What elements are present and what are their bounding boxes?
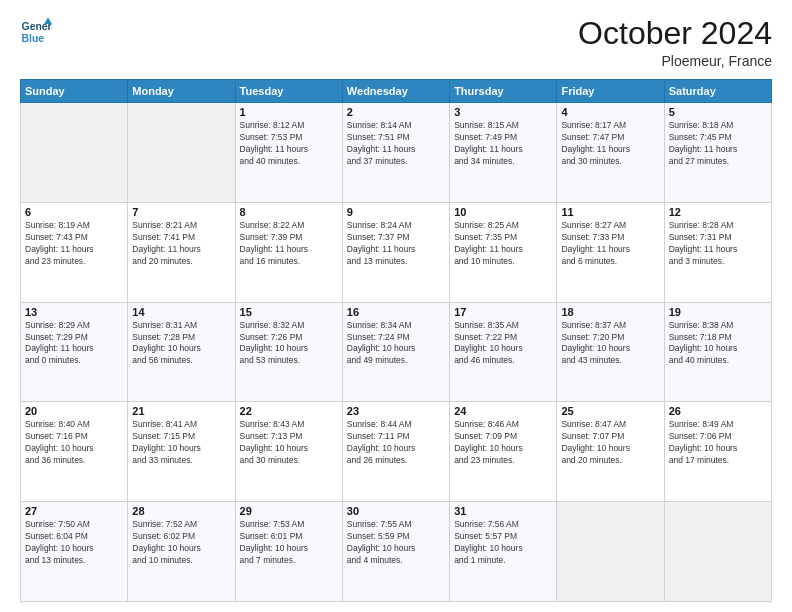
calendar-cell: 7Sunrise: 8:21 AMSunset: 7:41 PMDaylight… [128,202,235,302]
day-info: Sunrise: 8:22 AMSunset: 7:39 PMDaylight:… [240,220,338,268]
day-info: Sunrise: 8:14 AMSunset: 7:51 PMDaylight:… [347,120,445,168]
calendar-cell: 1Sunrise: 8:12 AMSunset: 7:53 PMDaylight… [235,103,342,203]
day-number: 23 [347,405,445,417]
day-info: Sunrise: 8:46 AMSunset: 7:09 PMDaylight:… [454,419,552,467]
location: Ploemeur, France [578,53,772,69]
day-info: Sunrise: 8:25 AMSunset: 7:35 PMDaylight:… [454,220,552,268]
day-number: 18 [561,306,659,318]
week-row-1: 1Sunrise: 8:12 AMSunset: 7:53 PMDaylight… [21,103,772,203]
day-info: Sunrise: 8:37 AMSunset: 7:20 PMDaylight:… [561,320,659,368]
calendar-cell: 12Sunrise: 8:28 AMSunset: 7:31 PMDayligh… [664,202,771,302]
week-row-2: 6Sunrise: 8:19 AMSunset: 7:43 PMDaylight… [21,202,772,302]
svg-text:Blue: Blue [22,33,45,44]
day-number: 5 [669,106,767,118]
calendar-cell: 23Sunrise: 8:44 AMSunset: 7:11 PMDayligh… [342,402,449,502]
day-info: Sunrise: 8:15 AMSunset: 7:49 PMDaylight:… [454,120,552,168]
calendar-cell: 15Sunrise: 8:32 AMSunset: 7:26 PMDayligh… [235,302,342,402]
calendar-cell: 8Sunrise: 8:22 AMSunset: 7:39 PMDaylight… [235,202,342,302]
calendar-cell: 13Sunrise: 8:29 AMSunset: 7:29 PMDayligh… [21,302,128,402]
calendar-cell: 28Sunrise: 7:52 AMSunset: 6:02 PMDayligh… [128,502,235,602]
calendar-cell: 31Sunrise: 7:56 AMSunset: 5:57 PMDayligh… [450,502,557,602]
day-info: Sunrise: 8:44 AMSunset: 7:11 PMDaylight:… [347,419,445,467]
calendar-cell: 3Sunrise: 8:15 AMSunset: 7:49 PMDaylight… [450,103,557,203]
calendar-header-row: SundayMondayTuesdayWednesdayThursdayFrid… [21,80,772,103]
col-header-monday: Monday [128,80,235,103]
calendar-cell: 19Sunrise: 8:38 AMSunset: 7:18 PMDayligh… [664,302,771,402]
day-number: 7 [132,206,230,218]
calendar-cell: 10Sunrise: 8:25 AMSunset: 7:35 PMDayligh… [450,202,557,302]
day-number: 9 [347,206,445,218]
day-info: Sunrise: 8:41 AMSunset: 7:15 PMDaylight:… [132,419,230,467]
calendar-cell: 11Sunrise: 8:27 AMSunset: 7:33 PMDayligh… [557,202,664,302]
day-info: Sunrise: 8:43 AMSunset: 7:13 PMDaylight:… [240,419,338,467]
day-number: 20 [25,405,123,417]
day-info: Sunrise: 8:34 AMSunset: 7:24 PMDaylight:… [347,320,445,368]
day-number: 1 [240,106,338,118]
day-info: Sunrise: 7:53 AMSunset: 6:01 PMDaylight:… [240,519,338,567]
calendar-cell: 26Sunrise: 8:49 AMSunset: 7:06 PMDayligh… [664,402,771,502]
day-info: Sunrise: 8:35 AMSunset: 7:22 PMDaylight:… [454,320,552,368]
calendar-cell [128,103,235,203]
calendar-cell: 20Sunrise: 8:40 AMSunset: 7:16 PMDayligh… [21,402,128,502]
day-number: 12 [669,206,767,218]
day-number: 6 [25,206,123,218]
day-number: 8 [240,206,338,218]
col-header-sunday: Sunday [21,80,128,103]
day-info: Sunrise: 8:47 AMSunset: 7:07 PMDaylight:… [561,419,659,467]
day-number: 3 [454,106,552,118]
day-number: 28 [132,505,230,517]
day-number: 14 [132,306,230,318]
calendar-cell: 4Sunrise: 8:17 AMSunset: 7:47 PMDaylight… [557,103,664,203]
day-info: Sunrise: 7:50 AMSunset: 6:04 PMDaylight:… [25,519,123,567]
calendar-cell: 6Sunrise: 8:19 AMSunset: 7:43 PMDaylight… [21,202,128,302]
day-info: Sunrise: 8:18 AMSunset: 7:45 PMDaylight:… [669,120,767,168]
day-info: Sunrise: 8:21 AMSunset: 7:41 PMDaylight:… [132,220,230,268]
calendar-cell: 22Sunrise: 8:43 AMSunset: 7:13 PMDayligh… [235,402,342,502]
day-info: Sunrise: 7:56 AMSunset: 5:57 PMDaylight:… [454,519,552,567]
day-info: Sunrise: 8:29 AMSunset: 7:29 PMDaylight:… [25,320,123,368]
calendar-cell: 16Sunrise: 8:34 AMSunset: 7:24 PMDayligh… [342,302,449,402]
logo: General Blue [20,16,52,48]
day-info: Sunrise: 8:27 AMSunset: 7:33 PMDaylight:… [561,220,659,268]
calendar-cell: 30Sunrise: 7:55 AMSunset: 5:59 PMDayligh… [342,502,449,602]
col-header-friday: Friday [557,80,664,103]
day-info: Sunrise: 8:40 AMSunset: 7:16 PMDaylight:… [25,419,123,467]
calendar-cell: 17Sunrise: 8:35 AMSunset: 7:22 PMDayligh… [450,302,557,402]
day-number: 15 [240,306,338,318]
calendar-cell: 9Sunrise: 8:24 AMSunset: 7:37 PMDaylight… [342,202,449,302]
day-number: 31 [454,505,552,517]
day-number: 17 [454,306,552,318]
calendar-cell: 21Sunrise: 8:41 AMSunset: 7:15 PMDayligh… [128,402,235,502]
month-title: October 2024 [578,16,772,51]
day-info: Sunrise: 8:31 AMSunset: 7:28 PMDaylight:… [132,320,230,368]
day-info: Sunrise: 7:55 AMSunset: 5:59 PMDaylight:… [347,519,445,567]
calendar-cell: 29Sunrise: 7:53 AMSunset: 6:01 PMDayligh… [235,502,342,602]
day-info: Sunrise: 8:38 AMSunset: 7:18 PMDaylight:… [669,320,767,368]
calendar-table: SundayMondayTuesdayWednesdayThursdayFrid… [20,79,772,602]
title-block: October 2024 Ploemeur, France [578,16,772,69]
day-number: 22 [240,405,338,417]
day-number: 10 [454,206,552,218]
week-row-5: 27Sunrise: 7:50 AMSunset: 6:04 PMDayligh… [21,502,772,602]
header: General Blue October 2024 Ploemeur, Fran… [20,16,772,69]
day-number: 29 [240,505,338,517]
calendar-cell [664,502,771,602]
calendar-cell [21,103,128,203]
day-number: 21 [132,405,230,417]
day-number: 11 [561,206,659,218]
day-number: 16 [347,306,445,318]
col-header-wednesday: Wednesday [342,80,449,103]
calendar-cell: 14Sunrise: 8:31 AMSunset: 7:28 PMDayligh… [128,302,235,402]
calendar-cell [557,502,664,602]
calendar-page: General Blue October 2024 Ploemeur, Fran… [0,0,792,612]
week-row-3: 13Sunrise: 8:29 AMSunset: 7:29 PMDayligh… [21,302,772,402]
calendar-cell: 27Sunrise: 7:50 AMSunset: 6:04 PMDayligh… [21,502,128,602]
day-info: Sunrise: 8:24 AMSunset: 7:37 PMDaylight:… [347,220,445,268]
day-info: Sunrise: 8:32 AMSunset: 7:26 PMDaylight:… [240,320,338,368]
day-info: Sunrise: 7:52 AMSunset: 6:02 PMDaylight:… [132,519,230,567]
calendar-cell: 25Sunrise: 8:47 AMSunset: 7:07 PMDayligh… [557,402,664,502]
col-header-thursday: Thursday [450,80,557,103]
day-number: 4 [561,106,659,118]
calendar-cell: 2Sunrise: 8:14 AMSunset: 7:51 PMDaylight… [342,103,449,203]
day-number: 13 [25,306,123,318]
